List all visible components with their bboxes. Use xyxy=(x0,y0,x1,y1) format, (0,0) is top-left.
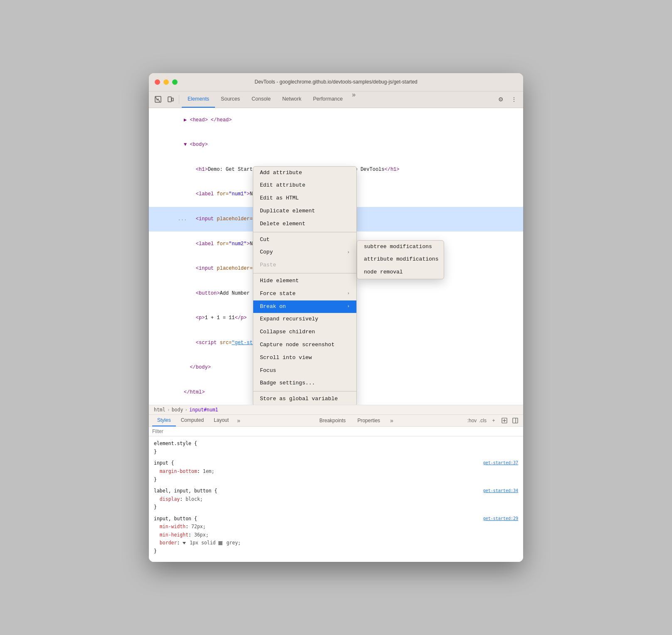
traffic-lights xyxy=(155,79,178,85)
dom-panel: ▶ <head> </head> ▼ <body> <h1>Demo: Get … xyxy=(149,108,523,406)
toggle-sidebar-btn[interactable] xyxy=(511,416,520,425)
svg-rect-6 xyxy=(513,418,518,423)
dom-line[interactable]: <input placeholder="N xyxy=(149,256,523,281)
dom-line[interactable]: ▶ <head> </head> xyxy=(149,108,523,133)
maximize-button[interactable] xyxy=(172,79,178,85)
style-selector: element.style { xyxy=(154,441,197,446)
more-tabs-button[interactable]: » xyxy=(348,91,359,108)
lower-right-more[interactable]: » xyxy=(387,415,397,426)
styles-content: element.style { } get-started:37 input {… xyxy=(149,436,523,562)
lower-panel: Styles Computed Layout » Breakpoints Pro… xyxy=(149,415,523,562)
lower-more-tabs[interactable]: » xyxy=(234,415,244,426)
style-source-3[interactable]: get-started:29 xyxy=(483,515,518,522)
dom-line[interactable]: </html> xyxy=(149,380,523,405)
devtools-toolbar: Elements Sources Console Network Perform… xyxy=(149,91,523,108)
dom-line[interactable]: <label for="num1">Number 1</label> xyxy=(149,182,523,207)
lower-right-tabs: Breakpoints Properties » xyxy=(314,415,397,426)
filter-input[interactable] xyxy=(152,428,520,434)
triangle-icon xyxy=(183,542,186,544)
dom-line[interactable]: <h1>Demo: Get Started Debugging JavaScri… xyxy=(149,158,523,182)
device-icon[interactable] xyxy=(165,94,176,105)
breadcrumb-body[interactable]: body xyxy=(172,407,183,413)
tab-breakpoints[interactable]: Breakpoints xyxy=(314,415,351,426)
style-rule-input-button: get-started:29 input, button { min-width… xyxy=(154,515,518,556)
tab-elements[interactable]: Elements xyxy=(182,91,215,108)
tab-properties[interactable]: Properties xyxy=(352,415,385,426)
tab-network[interactable]: Network xyxy=(277,91,307,108)
tab-layout[interactable]: Layout xyxy=(209,415,234,426)
tab-console[interactable]: Console xyxy=(246,91,277,108)
hover-pseudo-btn[interactable]: :hov xyxy=(467,416,477,425)
breadcrumb: html › body › input#num1 xyxy=(149,405,523,415)
titlebar: DevTools - googlechrome.github.io/devtoo… xyxy=(149,73,523,91)
color-swatch[interactable] xyxy=(218,541,222,545)
styles-actions: :hov .cls + xyxy=(467,415,520,426)
devtools-window: DevTools - googlechrome.github.io/devtoo… xyxy=(149,73,523,562)
settings-icon[interactable]: ⚙ xyxy=(495,94,506,105)
more-menu-icon[interactable]: ⋮ xyxy=(508,94,520,105)
svg-rect-2 xyxy=(172,98,173,101)
style-source-2[interactable]: get-started:34 xyxy=(483,487,518,494)
tab-computed[interactable]: Computed xyxy=(176,415,209,426)
window-title: DevTools - googlechrome.github.io/devtoo… xyxy=(254,79,418,85)
style-source[interactable]: get-started:37 xyxy=(483,459,518,466)
toolbar-right: ⚙ ⋮ xyxy=(495,94,520,105)
dom-line[interactable]: </body> xyxy=(149,355,523,380)
breadcrumb-input[interactable]: input#num1 xyxy=(189,407,218,413)
dom-line-selected[interactable]: ... <input placeholder="N xyxy=(149,207,523,232)
tab-styles[interactable]: Styles xyxy=(152,415,176,426)
new-style-rule-btn[interactable] xyxy=(500,416,509,425)
minimize-button[interactable] xyxy=(163,79,169,85)
dom-line[interactable]: <script src="get-sta xyxy=(149,331,523,356)
tab-sources[interactable]: Sources xyxy=(215,91,246,108)
lower-tabs: Styles Computed Layout » Breakpoints Pro… xyxy=(149,415,523,427)
toolbar-divider xyxy=(179,95,179,104)
dom-line[interactable]: <label for="num2">Nu xyxy=(149,231,523,256)
style-rule-label-input-button: get-started:34 label, input, button { di… xyxy=(154,487,518,512)
dom-line[interactable]: ▼ <body> xyxy=(149,133,523,158)
breadcrumb-html[interactable]: html xyxy=(154,407,166,413)
tab-performance[interactable]: Performance xyxy=(307,91,349,108)
cls-btn[interactable]: .cls xyxy=(478,416,487,425)
svg-rect-1 xyxy=(168,97,171,102)
styles-filter-bar xyxy=(149,427,523,436)
close-button[interactable] xyxy=(155,79,160,85)
devtools-content: ▶ <head> </head> ▼ <body> <h1>Demo: Get … xyxy=(149,108,523,562)
inspect-icon[interactable] xyxy=(152,94,164,105)
dom-line[interactable]: <button>Add Number 1 xyxy=(149,281,523,306)
main-tabs: Elements Sources Console Network Perform… xyxy=(182,91,494,108)
dom-line[interactable]: <p>1 + 1 = 11</p> xyxy=(149,306,523,331)
style-rule-element: element.style { } xyxy=(154,440,518,456)
style-rule-input: get-started:37 input { margin-bottom: 1e… xyxy=(154,459,518,484)
add-style-btn[interactable]: + xyxy=(489,416,498,425)
